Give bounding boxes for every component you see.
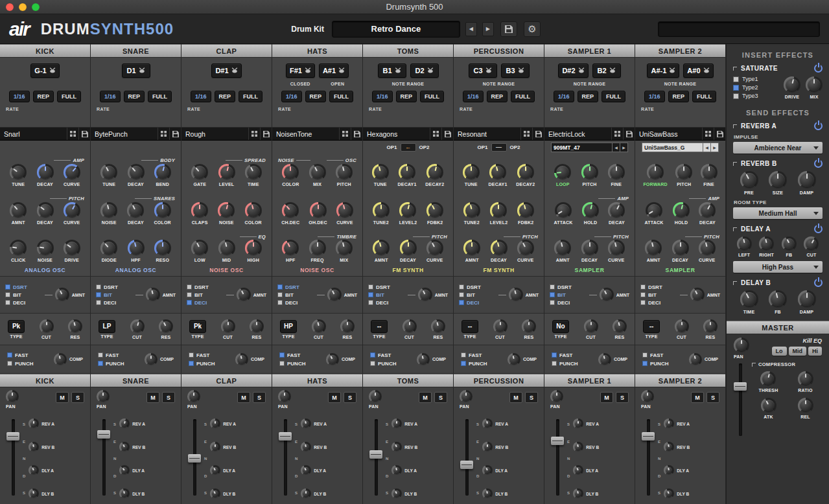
preset-name[interactable]: UniSawBass [635,128,702,140]
knob-attack[interactable] [646,202,662,219]
knob-tune2[interactable] [463,202,480,219]
knob-level[interactable] [218,164,235,181]
note-button[interactable]: D1 [122,63,150,78]
room-type-dropdown[interactable]: Medium Hall [733,207,823,219]
settings-button[interactable]: ⚙ [524,21,541,37]
knob-color[interactable] [154,202,171,219]
knob-loop[interactable] [554,164,571,181]
dist-option-deci[interactable]: DECI [550,300,587,306]
preset-name[interactable]: NoisenTone [272,128,339,140]
knob-curve[interactable] [608,240,625,257]
knob-cut[interactable] [493,319,508,334]
comp-knob[interactable] [326,353,339,366]
sample-next-button[interactable]: ▶ [710,143,718,152]
dist-option-bit[interactable]: BIT [550,292,587,298]
preset-random-button[interactable] [702,128,714,140]
send-knob[interactable] [664,442,674,452]
dist-option-deci[interactable]: DECI [187,300,224,306]
preset-random-button[interactable] [248,128,260,140]
volume-fader[interactable] [6,417,19,498]
pan-knob[interactable] [369,390,382,403]
rep-button[interactable]: REP [33,91,54,102]
preset-save-button[interactable] [714,128,725,140]
note-button[interactable]: B3 [501,63,530,78]
note-button[interactable]: C3 [469,63,497,78]
fast-toggle[interactable]: FAST [552,352,578,358]
preset-random-button[interactable] [158,128,169,140]
saturate-type-3[interactable]: Type3 [733,93,780,99]
pan-knob[interactable] [6,390,19,403]
note-button[interactable]: D2 [410,63,439,78]
note-button[interactable]: D#1 [211,63,241,78]
knob-mid[interactable] [218,240,235,257]
send-knob[interactable] [301,442,311,452]
pan-knob[interactable] [550,390,563,403]
knob-pitch[interactable] [675,164,692,181]
filter-type-button[interactable]: -- [461,320,478,333]
knob-color[interactable] [245,202,262,219]
pan-knob[interactable] [641,390,654,403]
dist-amount-knob[interactable] [55,288,69,302]
rep-button[interactable]: REP [487,91,508,102]
reverb-a-power-icon[interactable] [814,122,823,130]
dist-amount-knob[interactable] [690,288,705,302]
dist-option-deci[interactable]: DECI [459,300,496,306]
comp-knob[interactable] [54,353,67,366]
knob-amnt[interactable] [10,202,27,219]
knob-color[interactable] [282,164,299,181]
send-knob[interactable] [664,418,674,429]
preset-random-button[interactable] [520,128,532,140]
dist-option-bit[interactable]: BIT [187,292,224,298]
preset-name[interactable]: Snarl [0,128,67,140]
knob-tune2[interactable] [373,202,390,219]
rate-value-button[interactable]: 1/16 [372,91,393,102]
sample-prev-button[interactable]: ◀ [612,143,620,152]
knob-time[interactable] [740,290,758,308]
delay-filter-dropdown[interactable]: High Pass [733,261,823,273]
filter-type-button[interactable]: Pk [189,320,206,333]
solo-button[interactable]: S [71,392,84,403]
preset-random-button[interactable] [339,128,351,140]
fader-handle[interactable] [188,454,201,463]
close-button[interactable] [6,3,14,11]
note-button[interactable]: A#1 [319,63,349,78]
knob-tune[interactable] [463,164,480,181]
rate-value-button[interactable]: 1/16 [191,91,211,102]
knob-fine[interactable] [701,164,718,181]
knob-reso[interactable] [154,240,171,257]
knob-amnt[interactable] [645,240,662,257]
knob-decay[interactable] [128,164,145,181]
dist-option-dsrt[interactable]: DSRT [368,284,405,290]
dist-option-dsrt[interactable]: DSRT [459,284,496,290]
traffic-lights[interactable] [6,3,40,11]
rate-value-button[interactable]: 1/16 [281,91,302,102]
volume-fader[interactable] [551,417,564,498]
preset-save-button[interactable] [169,128,181,140]
dist-option-dsrt[interactable]: DSRT [187,284,224,290]
knob-hpf[interactable] [128,240,145,257]
knob-gate[interactable] [191,164,208,181]
knob-low[interactable] [191,240,208,257]
kill-eq-hi-button[interactable]: Hi [808,347,822,356]
dist-option-dsrt[interactable]: DSRT [550,284,587,290]
knob-decay2[interactable] [517,164,534,181]
dist-option-deci[interactable]: DECI [277,300,314,306]
solo-button[interactable]: S [344,392,356,403]
send-knob[interactable] [391,488,402,499]
filter-type-button[interactable]: HP [280,320,297,333]
mute-button[interactable]: M [56,392,69,403]
knob-drive[interactable] [64,240,80,257]
send-knob[interactable] [210,442,220,452]
knob-res[interactable] [522,319,536,334]
solo-button[interactable]: S [162,392,175,403]
knob-time[interactable] [245,164,262,181]
rate-value-button[interactable]: 1/16 [463,91,484,102]
knob-attack[interactable] [555,202,572,219]
knob-high[interactable] [245,240,262,257]
full-button[interactable]: FULL [239,91,263,102]
rep-button[interactable]: REP [305,91,327,102]
knob-tune[interactable] [100,164,117,181]
knob-cut[interactable] [312,319,326,334]
note-button[interactable]: F#1 [286,63,315,78]
fader-handle[interactable] [6,432,19,441]
